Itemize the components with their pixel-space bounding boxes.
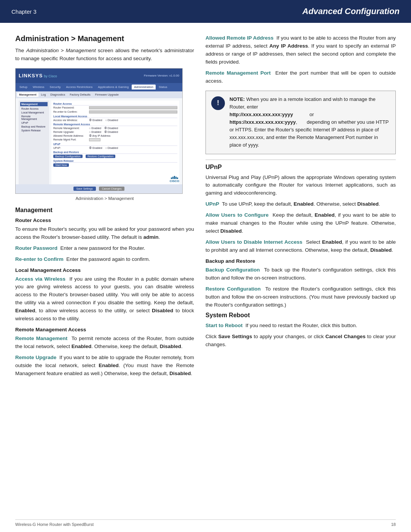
rs-radio-upnp-enabled: ⦿ Enabled — [89, 147, 102, 149]
rs-form-sysreboot: System Release — [53, 160, 177, 163]
rs-row-remote-port: Remote Mgmt Port: — [53, 138, 177, 141]
rs-sidebar-router-access: Router Access — [20, 107, 48, 110]
rs-radios-upnp: ⦿ Enabled ○ Disabled — [89, 147, 118, 149]
right-column: Allowed Remote IP Address If you want to… — [206, 34, 396, 381]
re-enter-label: Re-enter to Confirm — [15, 256, 64, 262]
note-icon: ! — [211, 96, 225, 110]
rs-input-routerpass — [89, 106, 177, 109]
page-header: Chapter 3 Advanced Configuration — [0, 0, 411, 23]
rs-sidebar-management: Management — [20, 102, 48, 106]
rs-tab-access: Access Restrictions — [64, 85, 95, 89]
allow-users-disable-para: Allow Users to Disable Internet Access S… — [206, 238, 396, 254]
rs-bar-4 — [175, 177, 177, 179]
rs-bar-1 — [171, 177, 172, 179]
rs-input-reenter — [89, 110, 177, 113]
rs-radios-upgrade: ○ Enabled ⦿ Disabled — [89, 131, 118, 133]
remote-mgmt-port-para: Remote Management Port Enter the port nu… — [206, 69, 396, 85]
rs-btn-restore[interactable]: Restore Configuration — [86, 155, 115, 158]
rs-radio-remote-enabled: ○ Enabled — [89, 127, 101, 129]
rs-row-allowed-ip: Allowed Remote Address: ⦿ Any IP Address — [53, 134, 177, 137]
page-footer: Wireless-G Home Router with SpeedBurst 1… — [15, 519, 396, 527]
rs-label-remote-upgrade: Remote Upgrade: — [53, 131, 88, 133]
re-enter-para: Re-enter to Confirm Enter the password a… — [15, 256, 194, 264]
router-password-para: Router Password Enter a new password for… — [15, 244, 194, 252]
rs-tab-setup: Setup — [17, 85, 30, 89]
rs-sidebar: Management Router Access Local Managemen… — [19, 101, 49, 191]
rs-subtab-factory: Factory Defaults — [68, 93, 92, 97]
main-content: Administration > Management The Administ… — [0, 23, 411, 396]
allowed-remote-para: Allowed Remote IP Address If you want to… — [206, 34, 396, 66]
remote-mgmt-access-subheading: Remote Management Access — [15, 327, 194, 332]
chapter-label: Chapter 3 — [11, 8, 37, 15]
rs-subtabs: Management Log Diagnostics Factory Defau… — [16, 91, 182, 98]
router-access-body: To ensure the Router's security, you wil… — [15, 225, 194, 241]
start-reboot-label: Start to Reboot — [206, 323, 243, 328]
access-wireless-para: Access via Wireless If you are using the… — [15, 275, 194, 323]
note-text: NOTE: When you are in a remote location … — [229, 96, 390, 149]
divider-1 — [206, 160, 396, 160]
rs-input-port — [89, 138, 100, 141]
note-box: ! NOTE: When you are in a remote locatio… — [206, 91, 396, 154]
rs-label-allowed-ip: Allowed Remote Address: — [53, 134, 88, 137]
restore-config-label: Restore Configuration — [206, 286, 261, 292]
router-password-label: Router Password — [15, 245, 57, 251]
rs-topbar: LINKSYS by Cisco Firmware Version: v1.0.… — [16, 69, 182, 83]
rs-label-remote-mgmt: Remote Management: — [53, 127, 88, 129]
rs-bar-3 — [174, 176, 175, 179]
rs-cancel-changes-btn[interactable]: Cancel Changes — [99, 187, 125, 191]
rs-tab-security: Security — [48, 85, 63, 89]
rs-bottom-bar: Save Settings Cancel Changes — [16, 184, 182, 193]
rs-bar-2 — [172, 177, 174, 179]
local-mgmt-subheading: Local Management Access — [15, 267, 194, 273]
router-ui-inner: LINKSYS by Cisco Firmware Version: v1.0.… — [16, 69, 182, 193]
rs-allowed-ip-option: ⦿ Any IP Address — [89, 134, 110, 137]
system-reboot-heading: System Reboot — [206, 312, 396, 319]
rs-bar-5 — [177, 177, 178, 179]
rs-label-reenter: Re-enter to Confirm: — [53, 110, 88, 113]
rs-form-router-access: Router Access — [53, 102, 177, 105]
rs-row-reboot: Start Now — [53, 163, 177, 167]
save-settings-para: Click Save Settings to apply your change… — [206, 333, 396, 349]
backup-restore-subheading: Backup and Restore — [206, 258, 396, 264]
rs-radio-disabled: ○ Disabled — [105, 119, 118, 121]
remote-mgmt-para: Remote Management To permit remote acces… — [15, 335, 194, 351]
management-subheading: Management — [15, 207, 194, 214]
rs-btn-reboot[interactable]: Start Now — [53, 163, 69, 167]
rs-tab-admin: Administration — [132, 85, 156, 89]
rs-tab-status: Status — [156, 85, 170, 89]
rs-logo-sub: by Cisco — [44, 74, 57, 78]
router-access-subheading: Router Access — [15, 217, 194, 223]
rs-radio-remote-disabled: ⦿ Disabled — [104, 127, 118, 129]
remote-mgmt-port-label: Remote Management Port — [206, 70, 271, 76]
backup-config-label: Backup Configuration — [206, 267, 260, 273]
rs-subtab-firmware: Firmware Upgrade — [93, 93, 121, 97]
allow-users-configure-label: Allow Users to Configure — [206, 212, 269, 218]
rs-save-settings-btn[interactable]: Save Settings — [73, 187, 96, 191]
rs-cisco-bars — [170, 176, 179, 179]
screenshot-caption: Administration > Management — [15, 196, 194, 201]
rs-body: Management Router Access Local Managemen… — [16, 98, 182, 193]
rs-btn-backup[interactable]: Backup Configuration — [53, 155, 83, 158]
rs-label-remote-port: Remote Mgmt Port: — [53, 138, 88, 141]
rs-radio-upnp-disabled: ○ Disabled — [105, 147, 118, 149]
rs-form-remote-mgmt: Remote Management Access — [53, 123, 177, 126]
rs-row-router-pass: Router Password: — [53, 106, 177, 109]
rs-radio-enabled: ⦿ Enabled — [89, 119, 102, 121]
re-enter-body: Enter the password again to confirm. — [66, 256, 150, 262]
rs-sidebar-backup: Backup and Restore — [20, 125, 48, 128]
rs-row-backup: Backup Configuration Restore Configurati… — [53, 155, 177, 158]
rs-tab-apps: Applications & Gaming — [96, 85, 131, 89]
admin-management-heading: Administration > Management — [15, 34, 194, 43]
rs-form-upnp: UPnP — [53, 143, 177, 146]
rs-row-remote-mgmt: Remote Management: ○ Enabled ⦿ Disabled — [53, 127, 177, 129]
allow-users-disable-label: Allow Users to Disable Internet Access — [206, 239, 302, 245]
start-reboot-para: Start to Reboot If you need to restart t… — [206, 322, 396, 330]
start-reboot-body: If you need to restart the Router, click… — [245, 323, 357, 328]
rs-form-area: Router Access Router Password: Re-enter … — [51, 101, 179, 191]
rs-tab-wireless: Wireless — [30, 85, 47, 89]
rs-radio-upgrade-disabled: ⦿ Disabled — [104, 131, 118, 133]
remote-mgmt-label: Remote Management — [15, 335, 67, 341]
remote-upgrade-label: Remote Upgrade — [15, 355, 56, 360]
rs-sidebar-local: Local Management — [20, 111, 48, 114]
rs-label-upnp: UPnP: — [53, 147, 88, 149]
